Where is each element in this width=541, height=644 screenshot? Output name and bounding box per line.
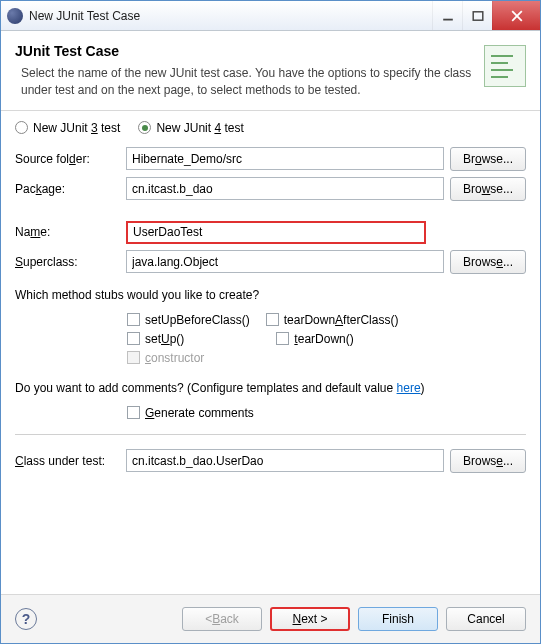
teardown-checkbox[interactable]: tearDown() (276, 332, 353, 346)
junit4-radio[interactable]: New JUnit 4 test (138, 121, 243, 135)
radio-icon (138, 121, 151, 134)
stubs-group: setUpBeforeClass() tearDownAfterClass() … (15, 313, 526, 365)
name-label: Name: (15, 225, 120, 239)
titlebar[interactable]: New JUnit Test Case (1, 1, 540, 31)
svg-rect-1 (473, 11, 483, 19)
superclass-label: Superclass: (15, 255, 120, 269)
back-button: < Back (182, 607, 262, 631)
name-row: Name: (15, 221, 526, 244)
source-folder-row: Source folder: Browse... (15, 147, 526, 171)
package-row: Package: Browse... (15, 177, 526, 201)
wizard-icon (484, 45, 526, 87)
content-area: New JUnit 3 test New JUnit 4 test Source… (1, 111, 540, 594)
wizard-header: JUnit Test Case Select the name of the n… (1, 31, 540, 111)
source-folder-input[interactable] (126, 147, 444, 170)
setupbeforeclass-checkbox[interactable]: setUpBeforeClass() (127, 313, 250, 327)
junit-version-group: New JUnit 3 test New JUnit 4 test (15, 121, 526, 135)
close-button[interactable] (492, 1, 540, 30)
class-under-test-input[interactable] (126, 449, 444, 472)
help-button[interactable]: ? (15, 608, 37, 630)
separator (15, 434, 526, 435)
comments-question: Do you want to add comments? (Configure … (15, 381, 526, 395)
source-folder-label: Source folder: (15, 152, 120, 166)
class-under-test-label: Class under test: (15, 454, 120, 468)
teardownafterclass-checkbox[interactable]: tearDownAfterClass() (266, 313, 399, 327)
page-title: JUnit Test Case (15, 43, 526, 59)
package-label: Package: (15, 182, 120, 196)
browse-class-button[interactable]: Browse... (450, 449, 526, 473)
minimize-button[interactable] (432, 1, 462, 30)
radio-icon (15, 121, 28, 134)
app-icon (7, 8, 23, 24)
maximize-button[interactable] (462, 1, 492, 30)
window-title: New JUnit Test Case (29, 9, 432, 23)
here-link[interactable]: here (397, 381, 421, 395)
name-input[interactable] (126, 221, 426, 244)
browse-package-button[interactable]: Browse... (450, 177, 526, 201)
button-bar: ? < Back Next > Finish Cancel (1, 594, 540, 643)
cancel-button[interactable]: Cancel (446, 607, 526, 631)
finish-button[interactable]: Finish (358, 607, 438, 631)
package-input[interactable] (126, 177, 444, 200)
browse-superclass-button[interactable]: Browse... (450, 250, 526, 274)
class-under-test-row: Class under test: Browse... (15, 449, 526, 473)
window-controls (432, 1, 540, 30)
superclass-input[interactable] (126, 250, 444, 273)
generate-comments-checkbox[interactable]: Generate comments (127, 406, 526, 420)
page-description: Select the name of the new JUnit test ca… (15, 65, 526, 100)
constructor-checkbox: constructor (127, 351, 204, 365)
superclass-row: Superclass: Browse... (15, 250, 526, 274)
comments-group: Generate comments (15, 406, 526, 420)
setup-checkbox[interactable]: setUp() (127, 332, 184, 346)
junit3-radio[interactable]: New JUnit 3 test (15, 121, 120, 135)
next-button[interactable]: Next > (270, 607, 350, 631)
dialog-window: New JUnit Test Case JUnit Test Case Sele… (0, 0, 541, 644)
stubs-question: Which method stubs would you like to cre… (15, 288, 526, 302)
browse-source-button[interactable]: Browse... (450, 147, 526, 171)
